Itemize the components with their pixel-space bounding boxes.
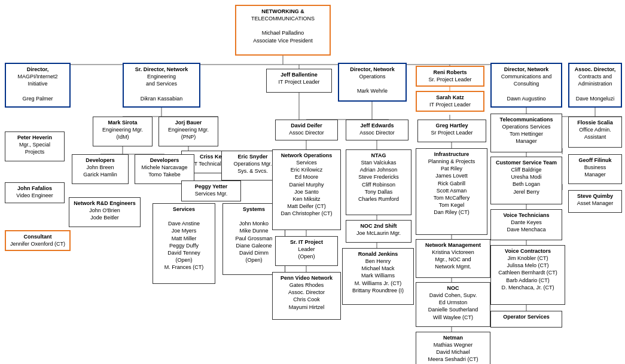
org-box-voice-contractors: Voice ContractorsJim Knobler (CT)Julissa… (490, 245, 565, 305)
org-box-infrastructure: InfrastructurePlanning & ProjectsPat Ril… (416, 148, 487, 235)
org-box-assoc-dir-contracts: Assoc. Director,Contracts andAdministrat… (568, 63, 622, 108)
org-box-ntag: NTAGStan ValciukasAdrian JohnsonSteve Fr… (346, 149, 411, 215)
org-box-telecom-ops: TelecommunicationsOperations ServicesTom… (490, 114, 562, 152)
org-box-flossie-scalia: Flossie ScaliaOffice Admin.Assistant (568, 117, 622, 148)
org-box-developers-narcavage: DevelopersMichele NarcavageTomo Takebe (135, 154, 194, 184)
org-box-operator-services: Operator Services (490, 311, 562, 328)
org-box-sr-it-project-leader: Sr. IT ProjectLeader(Open) (275, 236, 338, 266)
org-box-geoff-filinuk: Geoff FilinukBusinessManager (568, 154, 622, 184)
org-box-peggy-yetter: Peggy YetterServices Mgr. (181, 181, 241, 201)
org-box-customer-service: Customer Service TeamCliff BaldrigeUresh… (490, 157, 562, 204)
org-box-jeff-ballentine: Jeff BallentineIT Project Leader (266, 69, 332, 93)
org-box-dir-network-ops: Director, NetworkOperationsMark Wehrle (338, 63, 407, 102)
org-box-consultant: ConsultantJennifer Oxenford (CT) (5, 230, 71, 251)
org-box-network-rd: Network R&D EngineersJohn O'BrienJode Be… (69, 197, 141, 227)
org-box-services: ServicesDave AnstineJoe MyersMatt Miller… (153, 203, 215, 284)
org-box-sr-director: Sr. Director, NetworkEngineeringand Serv… (123, 63, 200, 108)
org-box-root: NETWORKING &TELECOMMUNICATIONSMichael Pa… (235, 5, 331, 56)
org-box-jorj-bauer: Jorj BauerEngineering Mgr.(PNP) (158, 117, 218, 146)
org-box-penn-video: Penn Video NetworkGates RhodesAssoc. Dir… (272, 272, 341, 320)
org-chart: NETWORKING &TELECOMMUNICATIONSMichael Pa… (0, 0, 625, 364)
org-box-reni-roberts: Reni RobertsSr. Project Leader (416, 66, 484, 87)
org-box-noc: NOCDavid Cohen, Supv.Ed UrmstonDanielle … (416, 282, 490, 327)
org-box-peter-heverin: Peter HeverinMgr., SpecialProjects (5, 131, 65, 161)
org-box-network-mgmt: Network ManagementKristina VictoreenMgr.… (416, 239, 490, 278)
org-box-voice-technicians: Voice TechniciansDante KeyesDave Menchac… (490, 209, 562, 240)
org-box-sarah-katz: Sarah KatzIT Project Leader (416, 91, 484, 112)
org-box-magpi: Director,MAGPI/Internet2InitiativeGreg P… (5, 63, 71, 108)
org-box-steve-quimby: Steve QuimbyAsset Manager (568, 190, 622, 213)
org-box-david-deifer: David DeiferAssoc Director (275, 120, 338, 140)
org-box-greg-hartley: Greg HartleySr Project Leader (417, 120, 486, 142)
org-box-ronald-jenkins: Ronald JenkinsBen HenryMichael MackMark … (342, 248, 414, 305)
org-box-jeff-edwards: Jeff EdwardsAssoc Director (346, 120, 408, 140)
org-box-noc-2nd-shift: NOC 2nd ShiftJoe McLaurin Mgr. (346, 220, 411, 243)
org-box-mark-sirota: Mark SirotaEngineering Mgr.(IdM) (93, 117, 153, 146)
org-box-developers-breen: DevelopersJohn BreenGarick Hamlin (72, 154, 129, 184)
org-box-dir-network-comm: Director, NetworkCommunications andConsu… (490, 63, 562, 108)
org-box-netman: NetmanMathias WegnerDavid MichaelMeera S… (416, 332, 490, 364)
org-box-john-fafalios: John FafaliosVideo Engineer (5, 182, 65, 203)
org-box-network-ops-services: Network OperationsServicesEric Krilowicz… (272, 149, 341, 230)
